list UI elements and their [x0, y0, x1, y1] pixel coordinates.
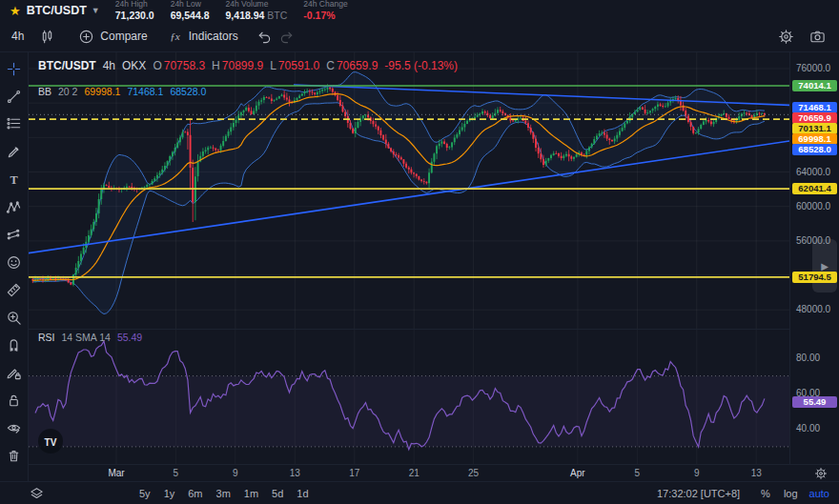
rsi-axis-tick: 40.00: [796, 423, 820, 434]
tool-remove-all[interactable]: [2, 447, 27, 464]
time-axis-label-25: 25: [468, 468, 479, 478]
bb-basis-value: 69998.1: [84, 86, 120, 97]
time-axis-label-9: 9: [233, 468, 238, 478]
chart-style-button[interactable]: [31, 24, 63, 49]
favorite-star-icon[interactable]: ★: [10, 5, 21, 17]
price-axis[interactable]: 76000.064000.060000.056000.048000.074014…: [789, 52, 839, 464]
stat-24h-high: 24h High71,230.0: [115, 0, 154, 21]
undo-icon: [256, 29, 272, 45]
stat-24h-change: 24h Change-0.17%: [303, 0, 347, 21]
range-1d[interactable]: 1d: [290, 488, 315, 499]
indicators-label: Indicators: [189, 30, 238, 43]
chart-settings-button[interactable]: [772, 24, 800, 49]
tool-zoom-in[interactable]: [2, 309, 27, 326]
lock-all-icon: [6, 393, 22, 409]
fib-retracement-icon: [6, 116, 22, 132]
tool-text[interactable]: T: [2, 171, 27, 188]
rsi-value-badge: 55.49: [792, 396, 837, 408]
bb-name: BB: [38, 86, 51, 97]
bottom-bar: 5y1y6m3m1m5d1d 17:32:02 [UTC+8] % log au…: [0, 481, 839, 504]
range-1y[interactable]: 1y: [157, 488, 182, 499]
time-axis-label-21: 21: [409, 468, 420, 478]
drawing-mode-lock-icon: [6, 365, 22, 381]
tool-hide-all[interactable]: [2, 419, 27, 436]
svg-text:ƒx: ƒx: [170, 30, 180, 42]
range-6m[interactable]: 6m: [181, 488, 209, 499]
legend-exchange: OKX: [122, 59, 146, 72]
range-3m[interactable]: 3m: [210, 488, 237, 499]
screenshot-button[interactable]: [804, 24, 831, 49]
toolbar-right-group: [772, 24, 831, 49]
tool-crosshair[interactable]: [2, 60, 27, 77]
compare-button[interactable]: Compare: [71, 24, 154, 49]
redo-icon: [279, 29, 296, 45]
price-axis-tick: 76000.0: [796, 63, 830, 74]
rsi-legend[interactable]: RSI 14 SMA 14 55.49: [38, 332, 142, 343]
camera-icon: [809, 29, 826, 45]
symbol-switcher-button[interactable]: BTC/USDT ▼: [27, 4, 100, 17]
indicators-button[interactable]: ƒx Indicators: [159, 24, 246, 49]
stat-24h-low: 24h Low69,544.8: [171, 0, 210, 21]
hide-all-icon: [6, 420, 22, 436]
tool-magnet[interactable]: [2, 336, 27, 353]
time-axis[interactable]: Mar5913172125Apr5913: [29, 464, 839, 482]
rsi-panel-chart[interactable]: TV: [29, 330, 789, 464]
percent-scale-toggle[interactable]: %: [761, 488, 770, 499]
log-scale-toggle[interactable]: log: [784, 488, 798, 499]
price-badge-68528.0: 68528.0: [792, 144, 837, 155]
remove-all-icon: [6, 448, 22, 464]
range-1m[interactable]: 1m: [237, 488, 265, 499]
tool-xabcd-pattern[interactable]: [2, 198, 27, 215]
redo-button[interactable]: [276, 24, 299, 49]
range-5y[interactable]: 5y: [133, 488, 157, 499]
bb-upper-value: 71468.1: [127, 86, 163, 97]
low-value: 70591.0: [278, 59, 319, 72]
undo-button[interactable]: [252, 24, 276, 49]
stat-24h-volume: 24h Volume9,418.94 BTC: [226, 0, 288, 21]
tool-measure[interactable]: [2, 281, 27, 298]
interval-label: 4h: [11, 30, 24, 43]
panel-separator[interactable]: [29, 329, 789, 330]
xabcd-pattern-icon: [6, 199, 22, 215]
tool-drawing-mode-lock[interactable]: [2, 364, 27, 381]
time-axis-label-17: 17: [349, 468, 359, 478]
rsi-params: 14 SMA 14: [62, 332, 111, 343]
time-axis-label-13: 13: [290, 468, 300, 478]
tool-projection[interactable]: [2, 226, 27, 243]
price-axis-tick: 48000.0: [796, 304, 830, 315]
rsi-band: [29, 376, 789, 447]
range-5d[interactable]: 5d: [265, 488, 290, 499]
chevron-down-icon: ▼: [92, 6, 100, 15]
tradingview-watermark: TV: [38, 429, 63, 454]
date-range-group: 5y1y6m3m1m5d1d: [133, 488, 316, 499]
legend-symbol[interactable]: BTC/USDT: [38, 59, 96, 72]
compare-plus-icon: [78, 29, 94, 45]
high-value: 70899.9: [222, 59, 263, 72]
tool-lock-all[interactable]: [2, 392, 27, 409]
measure-icon: [6, 282, 22, 298]
tool-fib-retracement[interactable]: [2, 115, 27, 132]
ohlc-legend: BTC/USDT 4h OKX O70758.3 H70899.9 L70591…: [38, 59, 458, 72]
auto-scale-toggle[interactable]: auto: [809, 488, 829, 499]
tool-trend-line[interactable]: [2, 88, 27, 105]
change-value: -95.5 (-0.13%): [384, 59, 458, 72]
symbol-stats: 24h High71,230.024h Low69,544.824h Volum…: [115, 0, 348, 21]
bb-legend[interactable]: BB 20 2 69998.1 71468.1 68528.0: [38, 86, 206, 97]
rsi-axis-tick: 80.00: [796, 353, 820, 364]
rsi-name: RSI: [38, 332, 55, 343]
tool-brush[interactable]: [2, 143, 27, 160]
time-axis-settings-button[interactable]: [814, 467, 828, 480]
clock[interactable]: 17:32:02 [UTC+8]: [657, 488, 740, 499]
gear-icon: [814, 467, 828, 480]
layout-manager-button[interactable]: [29, 486, 45, 502]
symbol-name: BTC/USDT: [27, 4, 87, 17]
svg-text:TV: TV: [45, 437, 57, 448]
bb-lower-value: 68528.0: [170, 86, 206, 97]
projection-icon: [6, 227, 22, 243]
interval-button[interactable]: 4h: [4, 24, 31, 49]
tool-emoji[interactable]: [2, 253, 27, 271]
emoji-icon: [6, 254, 22, 271]
brush-icon: [6, 144, 22, 160]
chart-toolbar: 4h Compare ƒx Indicators: [0, 21, 839, 52]
time-axis-label-mar: Mar: [108, 468, 124, 478]
